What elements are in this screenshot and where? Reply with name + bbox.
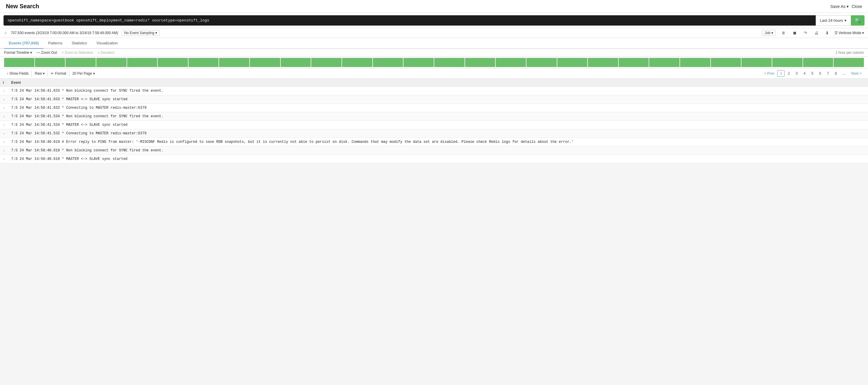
table-row: › 7:S 24 Mar 14:58:41.532 * Connecting t… — [0, 129, 868, 138]
event-cell: 7:S 24 Mar 14:58:41.633 * Non blocking c… — [8, 87, 868, 95]
next-page-button[interactable]: Next > — [849, 70, 864, 77]
download-button[interactable]: ⬇ — [824, 30, 830, 36]
timeline-bar[interactable] — [680, 58, 710, 67]
event-sampling-button[interactable]: No Event Sampling ▾ — [122, 30, 160, 36]
timeline-bar[interactable] — [35, 58, 65, 67]
close-button[interactable]: Close — [851, 4, 862, 9]
timeline-bar[interactable] — [65, 58, 96, 67]
table-row: › 7:S 24 Mar 14:58:41.632 * Connecting t… — [0, 104, 868, 112]
events-count: 707,930 events (3/23/19 7:00:00.000 AM t… — [11, 31, 118, 35]
expand-row-button[interactable]: › — [0, 146, 8, 155]
timeline-bar[interactable] — [619, 58, 649, 67]
timeline-bar[interactable] — [96, 58, 127, 67]
timeline-bar[interactable] — [219, 58, 249, 67]
page-title: New Search — [6, 3, 39, 10]
timeline-bar[interactable] — [403, 58, 434, 67]
job-button[interactable]: Job ▾ — [762, 30, 775, 36]
timeline-bar[interactable] — [4, 58, 34, 67]
zoom-to-selection-button[interactable]: + Zoom to Selection — [62, 51, 93, 55]
timeline-bar[interactable] — [311, 58, 341, 67]
timeline-bar[interactable] — [527, 58, 557, 67]
search-query-text: openshift_namespace=guestbook openshift_… — [8, 18, 209, 23]
zoom-out-button[interactable]: — Zoom Out — [37, 51, 57, 55]
tab-visualization[interactable]: Visualization — [92, 38, 122, 49]
event-cell: 7:S 24 Mar 14:58:41.532 * Connecting to … — [8, 129, 868, 138]
event-cell: 7:S 24 Mar 14:58:41.633 * MASTER <-> SLA… — [8, 95, 868, 104]
chevron-down-icon: ▾ — [771, 31, 773, 35]
verbose-icon: ☰ — [835, 31, 838, 35]
timeline-bar[interactable] — [342, 58, 372, 67]
verbose-mode-button[interactable]: ☰ Verbose Mode ▾ — [835, 31, 864, 35]
page-8-button[interactable]: 8 — [832, 70, 839, 77]
timeline-bar[interactable] — [741, 58, 772, 67]
timeline-bar[interactable] — [803, 58, 833, 67]
expand-row-button[interactable]: › — [0, 121, 8, 129]
table-row: › 7:S 24 Mar 14:58:40.618 * Non blocking… — [0, 146, 868, 155]
event-cell: 7:S 24 Mar 14:58:41.534 * MASTER <-> SLA… — [8, 121, 868, 129]
page-2-button[interactable]: 2 — [785, 70, 793, 77]
timeline-bar[interactable] — [250, 58, 280, 67]
pencil-icon: ✏ — [51, 71, 54, 76]
share-button[interactable]: ↷ — [802, 30, 809, 36]
page-5-button[interactable]: 5 — [809, 70, 816, 77]
save-as-button[interactable]: Save As ▾ — [830, 4, 848, 9]
timeline-bar[interactable] — [711, 58, 741, 67]
expand-row-button[interactable]: › — [0, 95, 8, 104]
format-button[interactable]: ✏ Format — [48, 70, 69, 77]
table-row: › 7:S 24 Mar 14:58:41.633 * MASTER <-> S… — [0, 95, 868, 104]
timeline-controls: Format Timeline ▾ — Zoom Out + Zoom to S… — [0, 49, 868, 57]
per-page-button[interactable]: 20 Per Page ▾ — [69, 70, 98, 77]
expand-row-button[interactable]: › — [0, 155, 8, 164]
stop-button[interactable]: ⏹ — [791, 30, 798, 36]
page-7-button[interactable]: 7 — [825, 70, 832, 77]
page-4-button[interactable]: 4 — [801, 70, 808, 77]
show-fields-button[interactable]: › Show Fields — [4, 70, 32, 77]
chevron-down-icon: ▾ — [846, 4, 848, 9]
prev-page-button[interactable]: < Prev — [762, 70, 777, 77]
page-6-button[interactable]: 6 — [816, 70, 824, 77]
tab-statistics[interactable]: Statistics — [67, 38, 92, 49]
format-timeline-button[interactable]: Format Timeline ▾ — [4, 51, 32, 55]
status-right: Job ▾ ⏸ ⏹ ↷ 🖨 ⬇ ☰ Verbose Mode ▾ — [762, 30, 864, 36]
chevron-down-icon: ▾ — [43, 71, 44, 76]
chevron-down-icon: ▾ — [844, 18, 846, 23]
search-button[interactable]: 🔍 — [851, 15, 865, 26]
tab-events[interactable]: Events (707,930) — [4, 38, 43, 49]
timeline-bar[interactable] — [588, 58, 618, 67]
timeline-bar[interactable] — [772, 58, 803, 67]
page-1-button[interactable]: 1 — [777, 70, 785, 77]
timeline-bar[interactable] — [649, 58, 680, 67]
timeline-bar[interactable] — [281, 58, 311, 67]
event-cell: 7:S 24 Mar 14:58:40.618 * MASTER <-> SLA… — [8, 155, 868, 164]
results-toolbar: › Show Fields Raw ▾ ✏ Format 20 Per Page… — [0, 68, 868, 79]
timeline-bar[interactable] — [188, 58, 219, 67]
timeline-chart[interactable] — [0, 57, 868, 68]
timeline-bar[interactable] — [834, 58, 864, 67]
timeline-bar[interactable] — [434, 58, 465, 67]
expand-row-button[interactable]: › — [0, 138, 8, 146]
status-bar: ✓ 707,930 events (3/23/19 7:00:00.000 AM… — [0, 28, 868, 38]
timeline-bar[interactable] — [158, 58, 188, 67]
top-bar: New Search Save As ▾ Close — [0, 0, 868, 13]
event-cell: 7:S 24 Mar 14:58:40.619 # Error reply to… — [8, 138, 868, 146]
pause-button[interactable]: ⏸ — [780, 30, 787, 36]
print-button[interactable]: 🖨 — [813, 30, 820, 36]
raw-button[interactable]: Raw ▾ — [32, 70, 48, 77]
table-row: › 7:S 24 Mar 14:58:41.633 * Non blocking… — [0, 87, 868, 95]
timeline-bar[interactable] — [557, 58, 588, 67]
expand-row-button[interactable]: › — [0, 129, 8, 138]
timeline-bar[interactable] — [465, 58, 495, 67]
expand-row-button[interactable]: › — [0, 87, 8, 95]
pagination: < Prev 1 2 3 4 5 6 7 8 ... Next > — [762, 70, 864, 77]
timeline-bar[interactable] — [127, 58, 157, 67]
deselect-button[interactable]: × Deselect — [98, 51, 115, 55]
time-range-picker[interactable]: Last 24 hours ▾ — [816, 15, 851, 26]
timeline-bar[interactable] — [373, 58, 403, 67]
event-cell: 7:S 24 Mar 14:58:41.632 * Connecting to … — [8, 104, 868, 112]
page-3-button[interactable]: 3 — [793, 70, 801, 77]
tab-patterns[interactable]: Patterns — [43, 38, 67, 49]
page-ellipsis: ... — [840, 70, 848, 77]
expand-row-button[interactable]: › — [0, 112, 8, 121]
expand-row-button[interactable]: › — [0, 104, 8, 112]
timeline-bar[interactable] — [496, 58, 526, 67]
